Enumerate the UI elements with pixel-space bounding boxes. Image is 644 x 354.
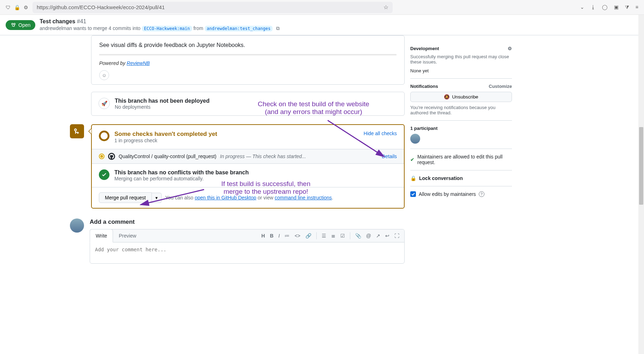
pr-author[interactable]: andrewdelman [40, 25, 72, 31]
checks-heading: Some checks haven't completed yet [114, 131, 217, 138]
attach-icon[interactable]: 📎 [355, 233, 361, 239]
menu-icon[interactable]: ≡ [636, 4, 638, 10]
user-avatar[interactable] [70, 218, 84, 233]
deploy-heading: This branch has not been deployed [115, 98, 209, 104]
bell-slash-icon: 🔕 [444, 94, 450, 100]
merge-pull-request-button[interactable]: Merge pull request [99, 192, 152, 203]
merge-note: You can also open this in GitHub Desktop… [165, 195, 333, 200]
sidebar: Development ⚙ Successfully merging this … [410, 35, 523, 278]
unsubscribe-button[interactable]: 🔕 Unsubscribe [410, 92, 512, 102]
url-box[interactable]: ☆ [32, 2, 393, 13]
allow-edits-row[interactable]: Allow edits by maintainers ? [410, 191, 512, 197]
notifications-heading: Notifications [410, 84, 438, 89]
github-actions-avatar [108, 153, 115, 160]
copy-icon[interactable]: ⧉ [276, 25, 280, 31]
pr-title-line: Test changes #41 [40, 18, 280, 25]
unordered-list-icon[interactable]: ≣ [331, 233, 335, 239]
check-name[interactable]: QualityControl / quality-control (pull_r… [119, 154, 216, 159]
pr-number: #41 [77, 18, 87, 24]
no-conflicts-sub: Merging can be performed automatically. [114, 176, 249, 181]
lock-icon: 🔒 [410, 175, 416, 181]
url-input[interactable] [37, 4, 381, 10]
development-none: None yet [410, 68, 512, 73]
add-comment-heading: Add a comment [90, 218, 405, 226]
comment-divider [99, 54, 396, 55]
powered-by: Powered by ReviewNB [99, 60, 396, 66]
bot-comment: See visual diffs & provide feedback on J… [91, 35, 405, 85]
reference-icon[interactable]: ↗ [376, 233, 380, 239]
merge-dropdown-button[interactable]: ▾ [152, 193, 162, 203]
lock-icon[interactable]: 🔒 [14, 5, 20, 10]
open-desktop-link[interactable]: open this in GitHub Desktop [195, 195, 256, 200]
add-comment-section: Add a comment Write Preview H B I ≔ <> 🔗… [70, 218, 405, 264]
pending-status-icon [99, 131, 109, 141]
pr-subline: andrewdelman wants to merge 4 commits in… [40, 25, 280, 31]
pr-header: Open Test changes #41 andrewdelman wants… [0, 15, 644, 35]
lock-conversation-link[interactable]: 🔒 Lock conversation [410, 175, 512, 181]
check-row: QualityControl / quality-control (pull_r… [92, 149, 404, 163]
participants-heading: 1 participant [410, 126, 437, 131]
no-conflicts-heading: This branch has no conflicts with the ba… [114, 169, 249, 176]
gear-icon[interactable]: ⚙ [508, 46, 512, 51]
help-icon[interactable]: ? [479, 191, 484, 197]
italic-icon[interactable]: I [279, 233, 280, 239]
add-reaction-button[interactable]: ☺ [99, 70, 109, 80]
link-icon[interactable]: 🔗 [305, 233, 311, 239]
check-status: In progress — This check has started... [220, 154, 306, 159]
development-heading: Development [410, 46, 439, 51]
scrollbar-thumb[interactable] [639, 127, 643, 205]
ordered-list-icon[interactable]: ☰ [322, 233, 326, 239]
comment-editor: Write Preview H B I ≔ <> 🔗 ☰ ≣ ☑ [90, 229, 405, 264]
bookmark-star-icon[interactable]: ☆ [383, 4, 388, 11]
heading-icon[interactable]: H [261, 233, 265, 239]
extensions-icon[interactable]: ⧩ [625, 4, 629, 10]
downloads-icon[interactable]: ⭳ [591, 4, 596, 10]
rocket-icon: 🚀 [99, 98, 110, 109]
scrollbar[interactable] [638, 15, 644, 278]
tab-preview[interactable]: Preview [113, 229, 142, 242]
tab-write[interactable]: Write [90, 229, 113, 242]
comment-textarea[interactable] [90, 242, 404, 262]
participant-avatar[interactable] [410, 134, 420, 144]
hide-checks-link[interactable]: Hide all checks [364, 131, 397, 136]
customize-link[interactable]: Customize [489, 84, 512, 89]
check-icon: ✔ [410, 157, 415, 162]
quote-icon[interactable]: ≔ [285, 233, 290, 239]
expand-icon[interactable]: ⛶ [394, 233, 399, 239]
cli-instructions-link[interactable]: command line instructions [275, 195, 332, 200]
merge-icon [70, 124, 84, 138]
account-icon[interactable]: ◯ [602, 4, 608, 10]
shield-icon[interactable]: 🛡 [6, 5, 11, 10]
pr-state-badge: Open [6, 20, 35, 30]
sync-icon[interactable]: ▣ [614, 4, 619, 10]
check-details-link[interactable]: Details [382, 154, 397, 159]
comment-text: See visual diffs & provide feedback on J… [99, 42, 396, 48]
pocket-icon[interactable]: ⌄ [580, 4, 584, 10]
code-icon[interactable]: <> [294, 233, 300, 239]
merge-section: Some checks haven't completed yet 1 in p… [70, 124, 405, 209]
pr-state-label: Open [18, 22, 30, 28]
pr-wants-text: wants to merge 4 commits into [73, 25, 141, 31]
head-branch-chip[interactable]: andrewdelman:test_changes [205, 26, 273, 31]
allow-edits-checkbox[interactable] [410, 191, 416, 197]
reply-icon[interactable]: ↩ [385, 233, 389, 239]
browser-address-bar: 🛡 🔒 ⚙ ☆ ⌄ ⭳ ◯ ▣ ⧩ ≡ [0, 0, 644, 15]
in-progress-icon [99, 154, 105, 159]
mention-icon[interactable]: @ [366, 233, 371, 239]
editor-toolbar: H B I ≔ <> 🔗 ☰ ≣ ☑ 📎 @ ↗ ↩ [256, 229, 404, 242]
development-text: Successfully merging this pull request m… [410, 54, 512, 65]
deploy-sub: No deployments [115, 104, 209, 110]
deployment-panel: 🚀 This branch has not been deployed No d… [91, 92, 405, 116]
maintainers-edit-row: ✔ Maintainers are allowed to edit this p… [410, 154, 512, 165]
from-text: from [193, 25, 203, 31]
pr-title[interactable]: Test changes [40, 18, 75, 24]
notifications-reason: You're receiving notifications because y… [410, 105, 512, 115]
permissions-icon[interactable]: ⚙ [24, 5, 28, 10]
success-icon [99, 169, 109, 180]
task-list-icon[interactable]: ☑ [340, 233, 345, 239]
reviewnb-link[interactable]: ReviewNB [127, 60, 150, 66]
bold-icon[interactable]: B [270, 233, 273, 239]
base-branch-chip[interactable]: ECCO-Hackweek:main [142, 26, 192, 31]
checks-sub: 1 in progress check [114, 138, 217, 143]
